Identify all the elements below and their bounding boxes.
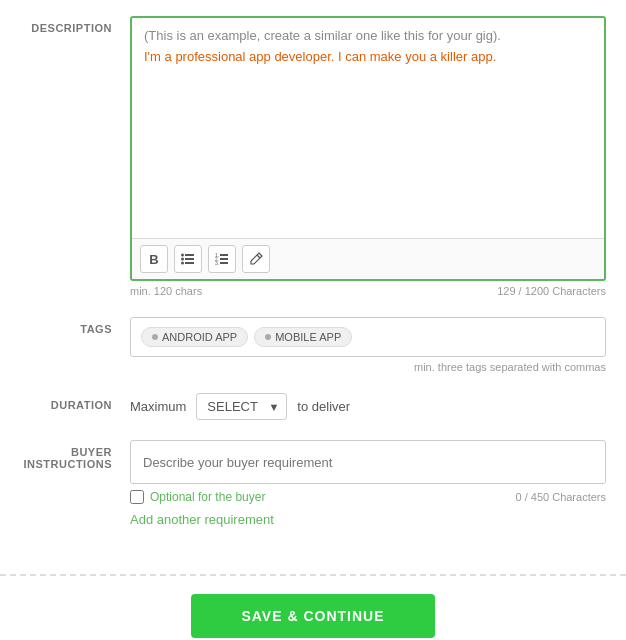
tag-dot-2 (265, 334, 271, 340)
tags-hint: min. three tags separated with commas (130, 361, 606, 373)
tags-box[interactable]: ANDROID APP MOBILE APP (130, 317, 606, 357)
svg-line-12 (257, 255, 260, 258)
page-wrapper: DESCRIPTION (This is an example, create … (0, 0, 626, 640)
description-main-text: I'm a professional app developer. I can … (144, 49, 592, 64)
svg-point-2 (181, 258, 184, 261)
description-char-count: 129 / 1200 Characters (497, 285, 606, 297)
duration-prefix: Maximum (130, 399, 186, 414)
buyer-instructions-content: Optional for the buyer 0 / 450 Character… (130, 440, 606, 528)
unordered-list-icon (181, 253, 195, 265)
bold-button[interactable]: B (140, 245, 168, 273)
tag-mobile-app: MOBILE APP (254, 327, 352, 347)
duration-select-wrapper: SELECT 1 Day 2 Days 3 Days 5 Days 7 Days… (196, 393, 287, 420)
description-field-row: DESCRIPTION (This is an example, create … (20, 16, 606, 297)
duration-label: DURATION (20, 393, 130, 411)
buyer-char-count: 0 / 450 Characters (516, 491, 607, 503)
svg-rect-1 (185, 254, 194, 256)
footer-bar: SAVE & CONTINUE (0, 576, 626, 640)
description-min-chars: min. 120 chars (130, 285, 202, 297)
tags-content-wrapper: ANDROID APP MOBILE APP min. three tags s… (130, 317, 606, 373)
description-content-wrapper: (This is an example, create a similar on… (130, 16, 606, 297)
duration-suffix: to deliver (297, 399, 350, 414)
svg-point-0 (181, 254, 184, 257)
save-continue-button[interactable]: SAVE & CONTINUE (191, 594, 434, 638)
svg-rect-3 (185, 258, 194, 260)
pencil-button[interactable] (242, 245, 270, 273)
svg-rect-11 (220, 262, 228, 264)
duration-content-wrapper: Maximum SELECT 1 Day 2 Days 3 Days 5 Day… (130, 393, 606, 420)
duration-select[interactable]: SELECT 1 Day 2 Days 3 Days 5 Days 7 Days… (196, 393, 287, 420)
buyer-instructions-label: BUYER INSTRUCTIONS (20, 440, 130, 470)
svg-rect-5 (185, 262, 194, 264)
buyer-meta: Optional for the buyer 0 / 450 Character… (130, 490, 606, 504)
tag-android-text: ANDROID APP (162, 331, 237, 343)
optional-checkbox[interactable] (130, 490, 144, 504)
duration-field-row: DURATION Maximum SELECT 1 Day 2 Days 3 D… (20, 393, 606, 420)
buyer-instructions-input[interactable] (130, 440, 606, 484)
tag-android-app: ANDROID APP (141, 327, 248, 347)
ordered-list-icon: 1. 2. 3. (215, 253, 229, 265)
description-example-text: (This is an example, create a similar on… (144, 28, 592, 43)
svg-rect-9 (220, 258, 228, 260)
description-label: DESCRIPTION (20, 16, 130, 34)
svg-point-4 (181, 262, 184, 265)
pencil-icon (249, 252, 263, 266)
unordered-list-button[interactable] (174, 245, 202, 273)
svg-rect-7 (220, 254, 228, 256)
description-box: (This is an example, create a similar on… (130, 16, 606, 281)
description-meta: min. 120 chars 129 / 1200 Characters (130, 285, 606, 297)
optional-text: Optional for the buyer (150, 490, 265, 504)
tags-field-row: TAGS ANDROID APP MOBILE APP min. three t… (20, 317, 606, 373)
tag-dot (152, 334, 158, 340)
optional-label[interactable]: Optional for the buyer (130, 490, 265, 504)
ordered-list-button[interactable]: 1. 2. 3. (208, 245, 236, 273)
add-requirement-link[interactable]: Add another requirement (130, 512, 274, 527)
form-section: DESCRIPTION (This is an example, create … (0, 0, 626, 564)
svg-text:3.: 3. (215, 260, 219, 265)
tags-label: TAGS (20, 317, 130, 335)
tag-mobile-text: MOBILE APP (275, 331, 341, 343)
description-toolbar: B (132, 238, 604, 279)
buyer-instructions-field-row: BUYER INSTRUCTIONS Optional for the buye… (20, 440, 606, 528)
duration-row: Maximum SELECT 1 Day 2 Days 3 Days 5 Day… (130, 393, 606, 420)
